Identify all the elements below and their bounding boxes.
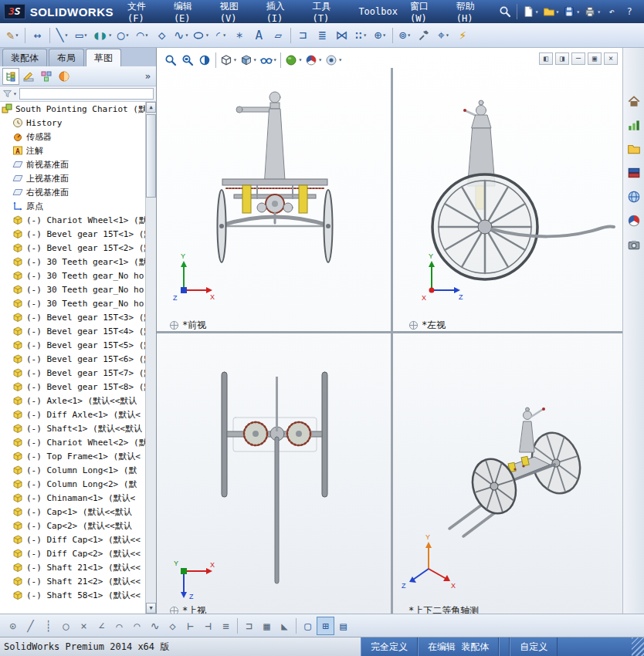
tree-item[interactable]: (-) Bevel gear 15T<2> (默认 <box>0 241 145 255</box>
filter-dropdown-arrow-icon[interactable]: ▾ <box>13 90 17 97</box>
file-explorer-button[interactable] <box>625 164 643 181</box>
scrollbar-thumb[interactable] <box>146 114 156 198</box>
tangent-arc-button[interactable]: ◠ <box>128 617 146 635</box>
angle-snap-button[interactable]: ∠ <box>93 617 110 635</box>
tree-item[interactable]: (-) Shaft 21<2> (默认<< <box>0 574 145 588</box>
spline-button[interactable]: ∿▾ <box>171 25 191 46</box>
text-button[interactable]: A <box>249 25 269 46</box>
sketch-point-button[interactable]: ⊙ <box>4 617 22 635</box>
move-entities-button[interactable]: ⊕▾ <box>371 25 390 46</box>
tree-item[interactable]: (-) Cap<2> (默认<<默认 <box>0 519 145 533</box>
offset-tool-button[interactable]: ≡ <box>217 617 235 635</box>
tree-item[interactable]: History <box>0 116 145 130</box>
hide-show-items-button[interactable]: ▾ <box>259 51 279 69</box>
trim-entities-button[interactable]: ⊢ <box>181 617 199 635</box>
menu-item-7[interactable]: 窗口(W) <box>404 0 450 23</box>
menu-item-8[interactable]: 帮助(H) <box>450 0 497 23</box>
tree-item[interactable]: (-) 30 Teeth gear_No ho <box>0 269 145 282</box>
custom-properties-button[interactable] <box>625 236 643 253</box>
tree-item[interactable]: (-) Diff Cap<1> (默认<< <box>0 533 145 546</box>
status-custom-button[interactable]: 自定义 <box>510 637 558 656</box>
tree-item[interactable]: (-) Shaft 58<1> (默认<< <box>0 588 145 602</box>
spline-tool-button[interactable]: ∿ <box>146 617 164 635</box>
tree-item[interactable]: (-) Top Frame<1> (默认< <box>0 449 145 463</box>
menu-item-6[interactable]: Toolbox <box>352 0 404 23</box>
viewport-splitter-horizontal[interactable] <box>157 331 622 333</box>
ellipse-button[interactable]: ▾ <box>191 25 211 46</box>
view-palette-button[interactable] <box>625 188 643 205</box>
straight-slot-button[interactable]: ◖◗▾ <box>91 25 114 46</box>
polygon-tool-button[interactable]: ◇ <box>164 617 181 635</box>
tree-item[interactable]: 上视基准面 <box>0 171 145 185</box>
grid-settings-button[interactable]: ▦ <box>258 617 276 635</box>
print-document-button[interactable]: ▾ <box>582 3 602 20</box>
displaymanager-tab[interactable] <box>56 68 73 85</box>
tree-item[interactable]: (-) Bevel gear 15T<5> (默认 <box>0 338 145 352</box>
tree-item[interactable]: (-) Bevel gear 15T<8> (默认 <box>0 380 145 394</box>
propertymanager-tab[interactable] <box>20 68 37 85</box>
help-button[interactable]: ? <box>621 3 638 20</box>
tree-filter-input[interactable] <box>19 88 154 100</box>
polygon-button[interactable]: ◇ <box>152 25 171 46</box>
tree-item[interactable]: (-) Diff Axle<1> (默认< <box>0 407 145 421</box>
tree-item[interactable]: (-) Bevel gear 15T<7> (默认 <box>0 366 145 380</box>
scroll-down-icon[interactable]: ▼ <box>146 603 156 614</box>
scroll-up-icon[interactable]: ▲ <box>146 102 156 113</box>
save-document-button[interactable]: ▾ <box>561 3 581 20</box>
apply-scene-button[interactable]: ▾ <box>303 51 324 69</box>
tile-left-button[interactable]: ◧ <box>539 52 553 65</box>
menu-item-5[interactable]: 工具(T) <box>307 0 353 23</box>
centerline-button[interactable]: ┊ <box>39 617 57 635</box>
command-tab-3[interactable]: 草图 <box>86 49 121 66</box>
extend-entities-button[interactable]: ⊣ <box>199 617 217 635</box>
left-view-model[interactable]: Y Z X <box>394 66 622 331</box>
search-button[interactable] <box>497 3 514 20</box>
repair-sketch-button[interactable] <box>415 25 434 46</box>
menu-item-3[interactable]: 视图(V) <box>214 0 260 23</box>
isometric-view-model[interactable]: Y X Z <box>394 333 622 614</box>
section-view-button[interactable] <box>196 51 213 69</box>
command-tab-2[interactable]: 布局 <box>49 49 84 66</box>
tree-item[interactable]: (-) Bevel gear 15T<4> (默认 <box>0 324 145 338</box>
resize-grip[interactable] <box>632 637 644 656</box>
tree-item[interactable]: (-) Column Long<1> (默 <box>0 463 145 477</box>
tree-item[interactable]: A注解 <box>0 144 145 157</box>
tree-item[interactable]: (-) 30 Teeth gear<1> (默认 <box>0 255 145 269</box>
tree-item[interactable]: (-) 30 Teeth gear_No ho <box>0 296 145 310</box>
home-button[interactable] <box>625 93 643 110</box>
solidworks-resources-button[interactable] <box>625 117 643 134</box>
tree-scrollbar[interactable]: ▲ ▼ <box>145 102 156 614</box>
restore-document-button[interactable]: ▣ <box>588 52 602 65</box>
smart-dimension-button[interactable]: ↔ <box>28 25 47 46</box>
menu-item-4[interactable]: 插入(I) <box>260 0 307 23</box>
shaded-sketch-button[interactable]: ◣ <box>276 617 293 635</box>
appearances-scenes-button[interactable] <box>625 212 643 229</box>
view-settings-button[interactable]: ▾ <box>324 51 344 69</box>
configurationmanager-tab[interactable] <box>38 68 55 85</box>
view-orientation-button[interactable]: ▾ <box>219 51 239 69</box>
featuremanager-tree-tab[interactable] <box>2 68 19 85</box>
tree-item[interactable]: 右视基准面 <box>0 185 145 199</box>
link-views-button[interactable]: ▤ <box>334 617 352 635</box>
single-view-button[interactable]: ▢ <box>299 617 317 635</box>
command-tab-1[interactable]: 装配体 <box>2 49 47 66</box>
graphics-area[interactable]: Y X Z <box>157 48 622 614</box>
circle-button[interactable]: ○▾ <box>114 25 133 46</box>
plane-button[interactable]: ▱ <box>269 25 288 46</box>
sketch-circle-button[interactable]: ○ <box>57 617 75 635</box>
menu-item-2[interactable]: 编辑(E) <box>168 0 214 23</box>
tree-item[interactable]: (-) Axle<1> (默认<<默认 <box>0 394 145 407</box>
sketch-fillet-button[interactable]: ◜▾ <box>211 25 230 46</box>
corner-rectangle-button[interactable]: ▭▾ <box>72 25 91 46</box>
zoom-to-area-button[interactable] <box>179 51 196 69</box>
top-view-model[interactable]: X Z Y <box>157 333 391 614</box>
mirror-entities-button[interactable]: ⋈ <box>332 25 351 46</box>
convert-entities-button[interactable]: ⊐ <box>293 25 313 46</box>
menu-item-1[interactable]: 文件(F) <box>121 0 168 23</box>
tree-item[interactable]: (-) Column Long<2> (默 <box>0 477 145 491</box>
display-relations-button[interactable]: ⊚▾ <box>395 25 415 46</box>
tree-item[interactable]: (-) Bevel gear 15T<1> (默认 <box>0 227 145 241</box>
new-document-button[interactable]: ▾ <box>520 3 541 20</box>
rapid-sketch-button[interactable]: ⚡ <box>453 25 473 46</box>
viewport-splitter-vertical[interactable] <box>391 68 393 614</box>
